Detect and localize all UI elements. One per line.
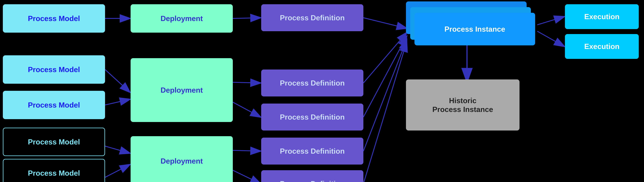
deployment-2: Deployment <box>130 58 233 122</box>
deployment-1: Deployment <box>130 4 233 33</box>
svg-line-17 <box>537 31 564 46</box>
process-model-2: Process Model <box>3 55 105 84</box>
svg-line-7 <box>233 82 260 83</box>
svg-line-11 <box>364 18 407 28</box>
process-model-1: Process Model <box>3 4 105 33</box>
process-definition-5: Process Definition <box>261 170 364 182</box>
execution-2: Execution <box>565 34 639 59</box>
svg-line-13 <box>364 36 407 117</box>
svg-line-14 <box>364 40 407 151</box>
svg-line-9 <box>233 150 260 151</box>
svg-line-5 <box>105 164 130 177</box>
process-definition-3: Process Definition <box>261 104 364 130</box>
svg-line-3 <box>105 99 130 105</box>
svg-line-8 <box>233 102 260 117</box>
svg-line-6 <box>233 18 260 18</box>
diagram-container: Process Model Process Model Process Mode… <box>0 0 644 182</box>
svg-line-12 <box>364 33 407 83</box>
deployment-3: Deployment <box>130 136 233 182</box>
process-model-4: Process Model <box>3 128 105 156</box>
svg-line-4 <box>105 146 130 153</box>
svg-line-2 <box>105 70 130 92</box>
svg-line-10 <box>233 170 260 182</box>
process-definition-1: Process Definition <box>261 4 364 31</box>
svg-line-15 <box>364 42 407 182</box>
process-model-5: Process Model <box>3 159 105 182</box>
svg-line-16 <box>537 16 564 25</box>
process-definition-2: Process Definition <box>261 70 364 96</box>
process-model-3: Process Model <box>3 91 105 119</box>
execution-1: Execution <box>565 4 639 29</box>
process-definition-4: Process Definition <box>261 138 364 164</box>
process-instance-front: Process Instance <box>414 13 535 46</box>
historic-process-instance: Historic Process Instance <box>406 80 520 130</box>
